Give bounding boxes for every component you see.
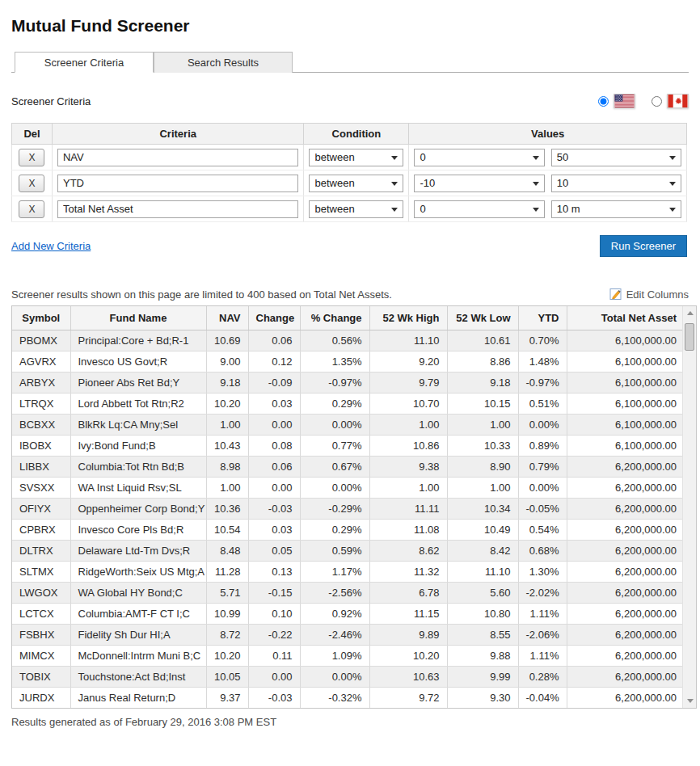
cell-52wk-high: 11.10 <box>369 330 447 351</box>
cell-total-net-asset: 6,100,000.00 <box>567 372 684 393</box>
criteria-input[interactable] <box>57 149 299 166</box>
cell-fund-name: WA Global HY Bond;C <box>70 582 206 603</box>
column-header-52wk-high[interactable]: 52 Wk High <box>369 306 447 330</box>
cell-52wk-high: 11.32 <box>369 561 447 582</box>
cell-symbol: LCTCX <box>12 603 70 624</box>
table-row[interactable]: ARBYXPioneer Abs Ret Bd;Y9.18-0.09-0.97%… <box>12 372 684 393</box>
cell-ytd: -0.05% <box>518 498 567 519</box>
tab-screener-criteria[interactable]: Screener Criteria <box>15 52 154 73</box>
add-new-criteria-link[interactable]: Add New Criteria <box>11 240 91 252</box>
cell-pct-change: -0.97% <box>300 372 369 393</box>
cell-pct-change: -2.46% <box>300 624 369 645</box>
column-header-fund-name[interactable]: Fund Name <box>70 306 206 330</box>
country-option-canada[interactable] <box>652 94 689 108</box>
table-row[interactable]: IBOBXIvy:Bond Fund;B10.430.080.77%10.861… <box>12 435 684 456</box>
table-row[interactable]: LTRQXLord Abbett Tot Rtn;R210.200.030.29… <box>12 393 684 414</box>
table-row[interactable]: FSBHXFidelity Sh Dur HI;A8.72-0.22-2.46%… <box>12 624 684 645</box>
cell-fund-name: Lord Abbett Tot Rtn;R2 <box>70 393 206 414</box>
table-row[interactable]: CPBRXInvesco Core Pls Bd;R10.540.030.29%… <box>12 519 684 540</box>
scrollbar-thumb[interactable] <box>685 323 694 351</box>
cell-fund-name: Ivy:Bond Fund;B <box>70 435 206 456</box>
criteria-table: Del Criteria Condition Values X between … <box>11 123 687 222</box>
us-flag-icon <box>614 94 635 108</box>
value-from-select[interactable]: -10 <box>414 175 544 192</box>
cell-52wk-low: 10.33 <box>447 435 518 456</box>
cell-52wk-low: 10.80 <box>447 603 518 624</box>
value-to-select[interactable]: 10 m <box>551 200 681 218</box>
table-row[interactable]: DLTRXDelaware Ltd-Tm Dvs;R8.480.050.59%8… <box>12 540 684 561</box>
delete-criteria-button[interactable]: X <box>19 149 44 166</box>
table-row[interactable]: SLTMXRidgeWorth:Seix US Mtg;A11.280.131.… <box>12 561 684 582</box>
results-timestamp: Results generated as of February 29, 201… <box>11 716 689 728</box>
scroll-down-arrow-icon[interactable] <box>683 694 697 708</box>
cell-52wk-low: 9.30 <box>447 687 518 708</box>
vertical-scrollbar[interactable] <box>682 306 696 708</box>
column-header-symbol[interactable]: Symbol <box>12 306 70 330</box>
edit-pencil-icon <box>609 288 622 301</box>
table-row[interactable]: PBOMXPrincipal:Core + Bd;R-110.690.060.5… <box>12 330 684 351</box>
cell-change: 0.00 <box>248 477 300 498</box>
cell-52wk-high: 10.70 <box>369 393 447 414</box>
country-option-us[interactable] <box>598 94 635 108</box>
table-row[interactable]: BCBXXBlkRk Lq:CA Mny;Sel1.000.000.00%1.0… <box>12 414 684 435</box>
table-row[interactable]: JURDXJanus Real Return;D9.37-0.03-0.32%9… <box>12 687 684 708</box>
column-header-change[interactable]: Change <box>248 306 300 330</box>
cell-ytd: 0.54% <box>518 519 567 540</box>
table-row[interactable]: AGVRXInvesco US Govt;R9.000.121.35%9.208… <box>12 351 684 372</box>
condition-select[interactable]: between <box>309 175 403 192</box>
cell-change: 0.06 <box>248 330 300 351</box>
cell-ytd: 1.48% <box>518 351 567 372</box>
cell-ytd: 0.89% <box>518 435 567 456</box>
table-row[interactable]: LWGOXWA Global HY Bond;C5.71-0.15-2.56%6… <box>12 582 684 603</box>
table-row[interactable]: TOBIXTouchstone:Act Bd;Inst10.050.000.00… <box>12 666 684 687</box>
cell-fund-name: RidgeWorth:Seix US Mtg;A <box>70 561 206 582</box>
table-row[interactable]: LCTCXColumbia:AMT-F CT I;C10.990.100.92%… <box>12 603 684 624</box>
cell-change: 0.05 <box>248 540 300 561</box>
cell-52wk-high: 1.00 <box>369 477 447 498</box>
cell-symbol: SLTMX <box>12 561 70 582</box>
value-from-select[interactable]: 0 <box>414 149 544 166</box>
column-header-ytd[interactable]: YTD <box>518 306 567 330</box>
criteria-input[interactable] <box>57 200 299 218</box>
value-to-select[interactable]: 50 <box>551 149 681 166</box>
cell-total-net-asset: 6,100,000.00 <box>567 330 684 351</box>
delete-criteria-button[interactable]: X <box>19 200 44 218</box>
cell-52wk-high: 11.08 <box>369 519 447 540</box>
column-header-52wk-low[interactable]: 52 Wk Low <box>447 306 518 330</box>
criteria-input[interactable] <box>57 175 299 192</box>
country-selector <box>598 94 689 108</box>
section-label: Screener Criteria <box>11 95 91 107</box>
canada-radio[interactable] <box>652 96 662 107</box>
column-header-total-net-asset[interactable]: Total Net Asset <box>567 306 684 330</box>
cell-ytd: 1.30% <box>518 561 567 582</box>
cell-52wk-low: 9.88 <box>447 645 518 666</box>
column-header-pct-change[interactable]: % Change <box>300 306 369 330</box>
cell-pct-change: 0.00% <box>300 477 369 498</box>
cell-symbol: SVSXX <box>12 477 70 498</box>
condition-select[interactable]: between <box>309 149 403 166</box>
cell-nav: 1.00 <box>206 414 248 435</box>
value-from-select[interactable]: 0 <box>414 200 544 218</box>
table-row[interactable]: LIBBXColumbia:Tot Rtn Bd;B8.980.060.67%9… <box>12 456 684 477</box>
condition-select[interactable]: between <box>309 200 403 218</box>
run-screener-button[interactable]: Run Screener <box>600 235 687 257</box>
cell-total-net-asset: 6,200,000.00 <box>567 519 684 540</box>
edit-columns-link[interactable]: Edit Columns <box>609 288 689 301</box>
table-row[interactable]: MIMCXMcDonnell:Intrm Muni B;C10.200.111.… <box>12 645 684 666</box>
cell-symbol: DLTRX <box>12 540 70 561</box>
table-row[interactable]: SVSXXWA Inst Liquid Rsv;SL1.000.000.00%1… <box>12 477 684 498</box>
cell-ytd: 0.00% <box>518 414 567 435</box>
table-row[interactable]: OFIYXOppenheimer Corp Bond;Y10.36-0.03-0… <box>12 498 684 519</box>
cell-symbol: FSBHX <box>12 624 70 645</box>
cell-pct-change: 1.35% <box>300 351 369 372</box>
value-to-select[interactable]: 10 <box>551 175 681 192</box>
cell-fund-name: WA Inst Liquid Rsv;SL <box>70 477 206 498</box>
tab-search-results[interactable]: Search Results <box>154 52 293 73</box>
cell-ytd: 1.11% <box>518 645 567 666</box>
scroll-up-arrow-icon[interactable] <box>683 306 697 320</box>
us-radio[interactable] <box>598 96 609 107</box>
delete-criteria-button[interactable]: X <box>19 175 44 192</box>
cell-52wk-low: 8.42 <box>447 540 518 561</box>
cell-ytd: -2.02% <box>518 582 567 603</box>
column-header-nav[interactable]: NAV <box>206 306 248 330</box>
